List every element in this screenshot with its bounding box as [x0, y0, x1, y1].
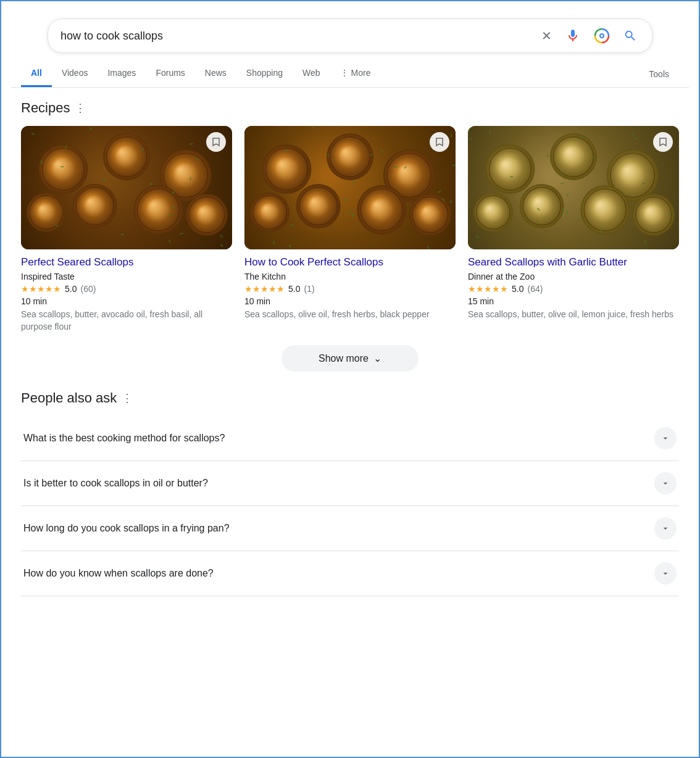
- tab-more[interactable]: ⋮ More: [330, 60, 381, 87]
- recipe-time-1: 10 min: [21, 296, 232, 306]
- tab-shopping[interactable]: Shopping: [236, 60, 293, 87]
- recipe-image-1: [21, 126, 232, 249]
- svg-point-0: [572, 30, 574, 33]
- recipe-ingredients-2: Sea scallops, olive oil, fresh herbs, bl…: [244, 309, 456, 321]
- clear-button[interactable]: ✕: [539, 26, 554, 46]
- paa-expand-1[interactable]: [654, 427, 677, 449]
- recipe-ingredients-3: Sea scallops, butter, olive oil, lemon j…: [468, 309, 679, 321]
- voice-search-button[interactable]: [563, 26, 583, 46]
- paa-question-4: How do you know when scallops are done?: [23, 568, 214, 579]
- search-bar: how to cook scallops ✕: [48, 19, 652, 53]
- microphone-icon: [565, 28, 580, 43]
- rating-value-1: 5.0: [65, 284, 77, 294]
- recipes-menu-icon[interactable]: ⋮: [75, 101, 86, 115]
- stars-1: ★★★★★: [21, 284, 61, 294]
- paa-menu-icon[interactable]: ⋮: [122, 391, 133, 405]
- recipe-source-2: The Kitchn: [244, 272, 456, 281]
- bookmark-icon-1: [212, 137, 220, 147]
- tab-news[interactable]: News: [195, 60, 236, 87]
- lens-search-button[interactable]: [591, 25, 612, 46]
- review-count-2: (1): [304, 284, 314, 294]
- paa-item-3[interactable]: How long do you cook scallops in a fryin…: [21, 506, 679, 551]
- tab-forums[interactable]: Forums: [146, 60, 194, 87]
- paa-question-3: How long do you cook scallops in a fryin…: [23, 523, 230, 534]
- lens-icon: [594, 28, 610, 44]
- recipes-title: Recipes: [21, 100, 70, 116]
- paa-item-1[interactable]: What is the best cooking method for scal…: [21, 416, 679, 461]
- paa-item-4[interactable]: How do you know when scallops are done?: [21, 551, 679, 596]
- show-more-container: Show more ⌄: [21, 345, 679, 372]
- recipe-source-3: Dinner at the Zoo: [468, 272, 679, 281]
- tools-button[interactable]: Tools: [639, 62, 679, 86]
- paa-expand-4[interactable]: [654, 562, 677, 585]
- chevron-down-icon-1: [660, 433, 670, 443]
- recipe-time-3: 15 min: [468, 296, 679, 306]
- stars-2: ★★★★★: [244, 284, 285, 294]
- scallop-canvas-1: [21, 126, 232, 249]
- recipe-source-1: Inspired Taste: [21, 272, 232, 281]
- paa-header: People also ask ⋮: [21, 390, 679, 406]
- chevron-down-icon-4: [660, 568, 670, 578]
- tab-images[interactable]: Images: [98, 60, 146, 87]
- recipe-rating-3: ★★★★★ 5.0 (64): [468, 284, 679, 294]
- bookmark-icon-2: [435, 137, 444, 147]
- show-more-button[interactable]: Show more ⌄: [281, 345, 419, 372]
- recipe-title-2[interactable]: How to Cook Perfect Scallops: [244, 256, 456, 269]
- recipe-title-1[interactable]: Perfect Seared Scallops: [21, 256, 232, 269]
- tab-videos[interactable]: Videos: [52, 60, 98, 87]
- review-count-1: (60): [80, 284, 96, 294]
- recipe-cards-container: Perfect Seared Scallops Inspired Taste ★…: [21, 126, 679, 333]
- paa-expand-2[interactable]: [654, 472, 677, 494]
- show-more-label: Show more: [319, 353, 369, 364]
- recipe-image-3: [468, 126, 679, 249]
- paa-expand-3[interactable]: [654, 517, 677, 539]
- bookmark-button-3[interactable]: [653, 132, 673, 152]
- recipes-header: Recipes ⋮: [21, 100, 679, 116]
- three-dots-icon: ⋮: [340, 68, 349, 78]
- recipe-image-2: [244, 126, 456, 249]
- search-icons: ✕: [539, 25, 640, 46]
- recipe-rating-2: ★★★★★ 5.0 (1): [244, 284, 456, 294]
- recipe-card-2[interactable]: How to Cook Perfect Scallops The Kitchn …: [244, 126, 456, 333]
- scallop-canvas-3: [468, 126, 679, 249]
- scallop-canvas-2: [244, 126, 456, 249]
- recipe-card-3[interactable]: Seared Scallops with Garlic Butter Dinne…: [468, 126, 679, 333]
- recipe-time-2: 10 min: [244, 296, 456, 306]
- paa-section: People also ask ⋮ What is the best cooki…: [21, 390, 679, 596]
- bookmark-button-2[interactable]: [430, 132, 449, 152]
- recipe-card-1[interactable]: Perfect Seared Scallops Inspired Taste ★…: [21, 126, 232, 333]
- paa-item-2[interactable]: Is it better to cook scallops in oil or …: [21, 461, 679, 506]
- chevron-down-icon-2: [660, 478, 670, 488]
- nav-tabs: All Videos Images Forums News Shopping W…: [11, 60, 689, 88]
- paa-question-1: What is the best cooking method for scal…: [23, 433, 225, 444]
- search-button[interactable]: [621, 27, 640, 45]
- chevron-down-icon-3: [660, 523, 670, 533]
- rating-value-3: 5.0: [512, 284, 523, 294]
- tab-all[interactable]: All: [21, 60, 52, 87]
- paa-title: People also ask: [21, 390, 117, 406]
- bookmark-icon-3: [659, 137, 667, 147]
- bookmark-button-1[interactable]: [206, 132, 226, 152]
- chevron-down-icon: ⌄: [373, 352, 381, 364]
- rating-value-2: 5.0: [288, 284, 300, 294]
- recipe-title-3[interactable]: Seared Scallops with Garlic Butter: [468, 256, 679, 269]
- paa-question-2: Is it better to cook scallops in oil or …: [23, 478, 208, 489]
- stars-3: ★★★★★: [468, 284, 508, 294]
- search-magnifier-icon: [623, 29, 637, 43]
- review-count-3: (64): [527, 284, 543, 294]
- recipe-ingredients-1: Sea scallops, butter, avocado oil, fresh…: [21, 309, 232, 333]
- svg-point-3: [601, 35, 603, 37]
- search-input[interactable]: how to cook scallops: [60, 30, 539, 43]
- tab-web[interactable]: Web: [293, 60, 330, 87]
- main-content: Recipes ⋮ Perfect Seared Scallops Inspir…: [11, 100, 689, 596]
- recipe-rating-1: ★★★★★ 5.0 (60): [21, 284, 232, 294]
